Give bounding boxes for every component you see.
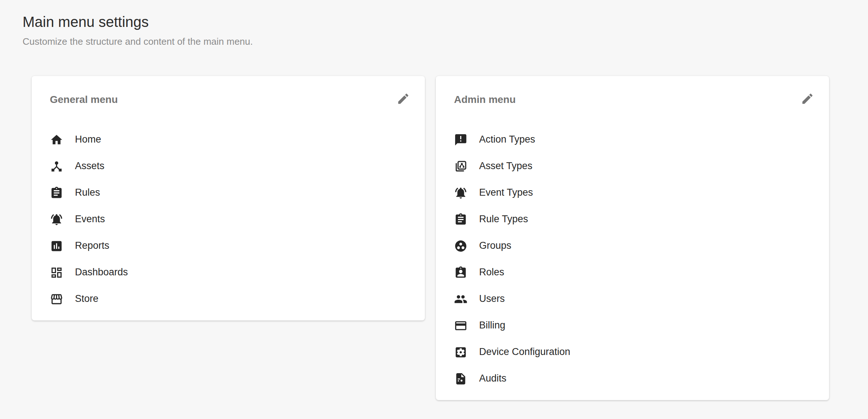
edit-admin-menu-button[interactable] [801,92,814,105]
menu-item-label: Rules [75,188,100,198]
announcement-bubble-icon [454,133,467,147]
menu-item-billing: Billing [454,312,814,339]
admin-menu-title: Admin menu [454,93,516,105]
menu-item-rules: Rules [50,180,410,206]
menu-item-event-types: Event Types [454,180,814,206]
menu-item-label: Assets [75,161,104,172]
menu-item-home: Home [50,127,410,153]
menu-item-label: Action Types [479,135,535,145]
asset-library-icon [454,160,467,173]
menu-item-asset-types: Asset Types [454,153,814,180]
assignment-clipboard-icon [50,186,63,200]
home-icon [50,133,63,147]
menu-item-store: Store [50,286,410,312]
menu-item-label: Audits [479,374,506,384]
page-header: Main menu settings Customize the structu… [23,13,868,48]
storefront-icon [50,292,63,306]
dashboard-grid-icon [50,266,63,279]
document-search-icon [454,372,467,386]
menu-item-dashboards: Dashboards [50,259,410,286]
admin-menu-list: Action TypesAsset TypesEvent TypesRule T… [454,127,814,392]
badge-person-icon [454,266,467,279]
menu-item-label: Billing [479,320,505,331]
device-hub-icon [50,160,63,173]
menu-item-audits: Audits [454,366,814,392]
menu-item-label: Reports [75,241,110,251]
menu-item-groups: Groups [454,233,814,259]
edit-pencil-icon [397,92,410,105]
settings-gear-box-icon [454,346,467,359]
menu-item-label: Event Types [479,188,533,198]
edit-general-menu-button[interactable] [397,92,410,105]
menu-item-label: Store [75,294,99,304]
menu-item-assets: Assets [50,153,410,180]
bar-chart-icon [50,239,63,253]
menu-item-action-types: Action Types [454,127,814,153]
menu-item-label: Roles [479,267,504,278]
page-title: Main menu settings [23,13,868,31]
page-subtitle: Customize the structure and content of t… [23,36,868,48]
menu-item-events: Events [50,206,410,233]
credit-card-icon [454,319,467,332]
menu-item-label: Home [75,135,101,145]
people-icon [454,292,467,306]
assignment-clipboard-icon [454,213,467,226]
menu-item-label: Users [479,294,505,304]
general-menu-card: General menu HomeAssetsRulesEventsReport… [32,76,425,320]
admin-menu-card-header: Admin menu [454,93,814,105]
general-menu-card-header: General menu [50,93,410,105]
edit-pencil-icon [801,92,814,105]
notifications-bell-icon [454,186,467,200]
menu-cards-row: General menu HomeAssetsRulesEventsReport… [32,76,868,400]
group-work-icon [454,239,467,253]
menu-item-label: Events [75,214,105,225]
menu-item-label: Asset Types [479,161,533,172]
menu-item-rule-types: Rule Types [454,206,814,233]
menu-item-roles: Roles [454,259,814,286]
menu-item-label: Device Configuration [479,347,570,358]
menu-item-reports: Reports [50,233,410,259]
menu-item-label: Groups [479,241,511,251]
menu-item-label: Rule Types [479,214,528,225]
general-menu-list: HomeAssetsRulesEventsReportsDashboardsSt… [50,127,410,312]
notifications-bell-icon [50,213,63,226]
general-menu-title: General menu [50,93,118,105]
menu-item-label: Dashboards [75,267,128,278]
menu-item-users: Users [454,286,814,312]
admin-menu-card: Admin menu Action TypesAsset TypesEvent … [436,76,829,400]
menu-item-device-configuration: Device Configuration [454,339,814,366]
